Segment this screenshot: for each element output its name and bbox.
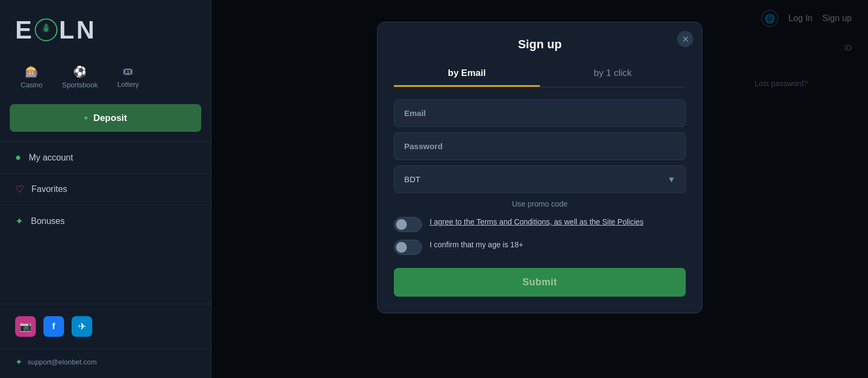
bonuses-label: Bonuses: [31, 216, 65, 226]
sidebar-navigation: 🎰 Casino ⚽ Sportsbook 🎟 Lottery: [0, 55, 211, 104]
submit-button[interactable]: Submit: [394, 268, 686, 297]
sidebar-item-bonuses[interactable]: ✦ Bonuses: [0, 205, 211, 237]
my-account-label: My account: [29, 153, 73, 163]
logo-letter-e: E: [15, 15, 33, 44]
sportsbook-label: Sportsbook: [62, 81, 98, 89]
main-content: 🌐 Log In Sign up Sign up ✕ by Email by 1…: [212, 0, 868, 378]
modal-overlay: Sign up ✕ by Email by 1 click Email Pass…: [212, 0, 868, 378]
support-area: ✦ support@elonbet.com: [0, 349, 211, 378]
support-email: support@elonbet.com: [28, 358, 97, 366]
deposit-button[interactable]: ▪ Deposit: [10, 104, 201, 132]
deposit-label: Deposit: [93, 113, 127, 124]
favorites-icon: ♡: [15, 183, 24, 195]
terms-toggle-track[interactable]: [394, 217, 422, 232]
terms-toggle[interactable]: [394, 217, 422, 232]
modal-title: Sign up: [394, 37, 686, 52]
logo-letter-l: L: [59, 15, 75, 44]
svg-point-1: [44, 28, 48, 32]
age-row: I confirm that my age is 18+: [394, 240, 686, 255]
password-label: Password: [404, 142, 443, 151]
signup-modal: Sign up ✕ by Email by 1 click Email Pass…: [377, 22, 703, 313]
close-icon: ✕: [682, 34, 689, 44]
modal-close-button[interactable]: ✕: [677, 31, 693, 47]
logo-area: E L N: [0, 0, 211, 55]
sidebar-item-casino[interactable]: 🎰 Casino: [11, 61, 52, 93]
telegram-icon[interactable]: ✈: [72, 316, 92, 337]
facebook-icon[interactable]: f: [43, 316, 64, 337]
age-toggle[interactable]: [394, 240, 422, 255]
promo-code-link[interactable]: Use promo code: [394, 200, 686, 208]
casino-icon: 🎰: [25, 65, 39, 78]
social-links: 📷 f ✈: [0, 304, 211, 349]
password-field[interactable]: Password: [394, 132, 686, 160]
sidebar: E L N 🎰 Casino ⚽ Sportsbook 🎟: [0, 0, 212, 378]
bonuses-icon: ✦: [15, 215, 23, 227]
age-toggle-thumb: [396, 242, 407, 253]
email-label: Email: [404, 108, 426, 118]
casino-label: Casino: [21, 81, 42, 89]
instagram-icon[interactable]: 📷: [15, 316, 36, 337]
age-label: I confirm that my age is 18+: [430, 240, 523, 251]
sidebar-item-lottery[interactable]: 🎟 Lottery: [107, 61, 149, 93]
age-toggle-track[interactable]: [394, 240, 422, 255]
currency-value: BDT: [404, 175, 420, 184]
currency-field[interactable]: BDT ▼: [394, 165, 686, 193]
terms-label: I agree to the Terms and Conditions, as …: [430, 217, 643, 228]
email-field[interactable]: Email: [394, 99, 686, 127]
terms-row: I agree to the Terms and Conditions, as …: [394, 217, 686, 232]
account-icon: ●: [15, 152, 21, 163]
tab-by-1-click[interactable]: by 1 click: [540, 61, 686, 87]
logo-icon: [34, 18, 58, 42]
brand-logo: E L N: [15, 15, 95, 44]
terms-link[interactable]: I agree to the Terms and Conditions, as …: [430, 217, 643, 226]
sportsbook-icon: ⚽: [73, 65, 87, 78]
deposit-icon: ▪: [84, 112, 88, 124]
modal-tabs: by Email by 1 click: [394, 61, 686, 87]
sidebar-item-sportsbook[interactable]: ⚽ Sportsbook: [52, 61, 107, 93]
lottery-label: Lottery: [117, 80, 139, 88]
favorites-label: Favorites: [31, 184, 67, 194]
terms-toggle-thumb: [396, 219, 407, 230]
sidebar-item-favorites[interactable]: ♡ Favorites: [0, 173, 211, 205]
support-icon: ✦: [15, 357, 22, 367]
lottery-icon: 🎟: [123, 65, 133, 78]
tab-by-email[interactable]: by Email: [394, 61, 540, 87]
logo-letter-n: N: [76, 15, 95, 44]
currency-chevron-icon: ▼: [667, 175, 675, 184]
sidebar-item-my-account[interactable]: ● My account: [0, 142, 211, 173]
